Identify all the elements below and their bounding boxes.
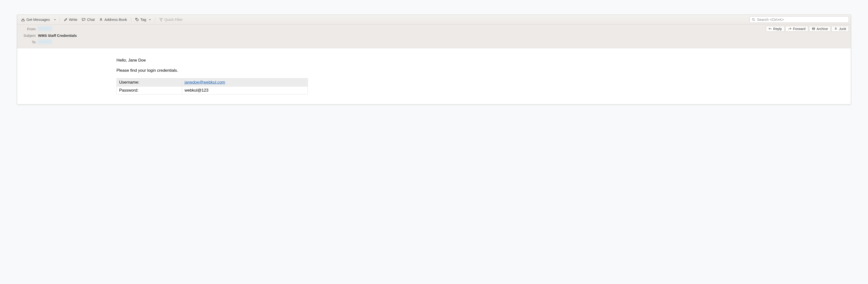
- quick-filter-label: Quick Filter: [164, 18, 183, 22]
- forward-icon: [788, 27, 792, 31]
- table-row: Password: webkul@123: [117, 86, 308, 94]
- toolbar-separator: [131, 17, 131, 22]
- junk-button[interactable]: Junk: [831, 26, 849, 32]
- forward-label: Forward: [793, 27, 805, 31]
- write-button[interactable]: Write: [62, 17, 80, 23]
- svg-rect-4: [812, 28, 815, 29]
- main-toolbar: Get Messages Write Chat Address Book: [17, 15, 851, 25]
- message-body: Hello, Jane Doe Please find your login c…: [17, 48, 851, 104]
- archive-icon: [812, 27, 815, 31]
- greeting-text: Hello, Jane Doe: [117, 58, 310, 63]
- archive-button[interactable]: Archive: [809, 26, 831, 32]
- message-header: Reply Forward Archive Junk: [17, 25, 851, 48]
- address-book-button[interactable]: Address Book: [97, 17, 129, 23]
- get-messages-button[interactable]: Get Messages: [19, 17, 52, 23]
- table-row: Username: janedoe@webkul.com: [117, 79, 308, 86]
- intro-text: Please find your login credentials.: [117, 68, 310, 73]
- to-label: To: [20, 40, 38, 44]
- credentials-table: Username: janedoe@webkul.com Password: w…: [117, 78, 308, 94]
- message-actions: Reply Forward Archive Junk: [766, 26, 849, 32]
- quick-filter-button[interactable]: Quick Filter: [157, 17, 185, 23]
- pencil-icon: [64, 18, 68, 22]
- chevron-down-icon: [149, 19, 151, 21]
- search-box[interactable]: [750, 16, 849, 23]
- username-label: Username:: [117, 79, 182, 86]
- get-messages-label: Get Messages: [26, 18, 50, 22]
- to-value: [38, 39, 52, 45]
- from-value: [38, 26, 52, 31]
- to-row: To: [20, 38, 848, 46]
- tag-icon: [135, 18, 139, 22]
- svg-point-3: [752, 19, 754, 20]
- svg-rect-0: [22, 20, 25, 21]
- chat-button[interactable]: Chat: [80, 17, 97, 23]
- tag-label: Tag: [141, 18, 146, 22]
- write-label: Write: [69, 18, 78, 22]
- mail-client-window: Get Messages Write Chat Address Book: [17, 15, 851, 105]
- archive-label: Archive: [817, 27, 828, 31]
- username-cell: janedoe@webkul.com: [182, 79, 308, 86]
- reply-button[interactable]: Reply: [766, 26, 785, 32]
- svg-point-2: [136, 19, 136, 19]
- toolbar-separator: [155, 17, 155, 22]
- chat-icon: [82, 18, 86, 22]
- junk-icon: [834, 27, 837, 31]
- junk-label: Junk: [839, 27, 846, 31]
- address-book-icon: [99, 18, 103, 22]
- chat-label: Chat: [87, 18, 95, 22]
- download-icon: [21, 18, 25, 22]
- search-icon: [752, 18, 755, 21]
- svg-point-1: [100, 19, 102, 20]
- tag-button[interactable]: Tag: [133, 17, 153, 23]
- body-content: Hello, Jane Doe Please find your login c…: [117, 58, 310, 94]
- from-row: From: [20, 25, 848, 32]
- password-value: webkul@123: [182, 86, 308, 94]
- subject-label: Subject: [20, 33, 38, 37]
- reply-icon: [769, 27, 772, 31]
- reply-label: Reply: [773, 27, 782, 31]
- filter-icon: [159, 18, 163, 22]
- from-label: From: [20, 27, 38, 31]
- chevron-down-icon: [54, 19, 56, 21]
- toolbar-separator: [60, 17, 60, 22]
- address-book-label: Address Book: [104, 18, 127, 22]
- subject-value: WMS Staff Credentials: [38, 33, 77, 37]
- password-label: Password:: [117, 86, 182, 94]
- search-input[interactable]: [757, 18, 847, 22]
- forward-button[interactable]: Forward: [785, 26, 808, 32]
- subject-row: Subject WMS Staff Credentials: [20, 32, 848, 38]
- get-messages-dropdown[interactable]: [52, 18, 58, 22]
- username-link[interactable]: janedoe@webkul.com: [185, 80, 225, 85]
